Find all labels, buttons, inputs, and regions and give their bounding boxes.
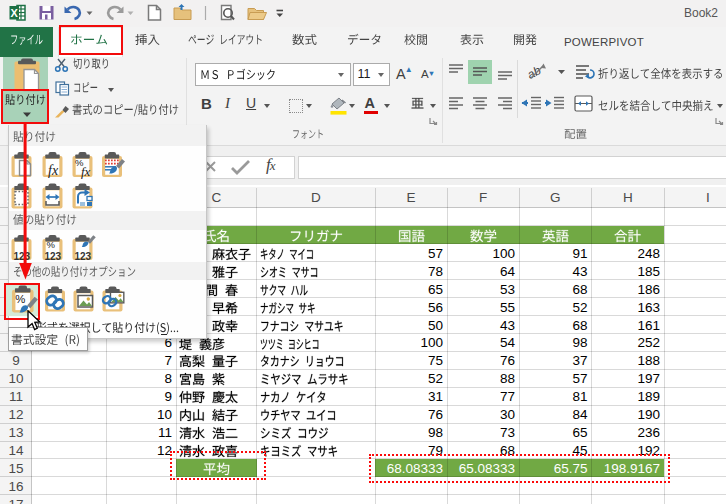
svg-text:X: X [11,7,19,19]
svg-text:ab: ab [525,63,544,82]
svg-text:%: % [47,239,56,250]
svg-text:fx: fx [48,162,59,177]
svg-text:fx: fx [81,163,91,178]
